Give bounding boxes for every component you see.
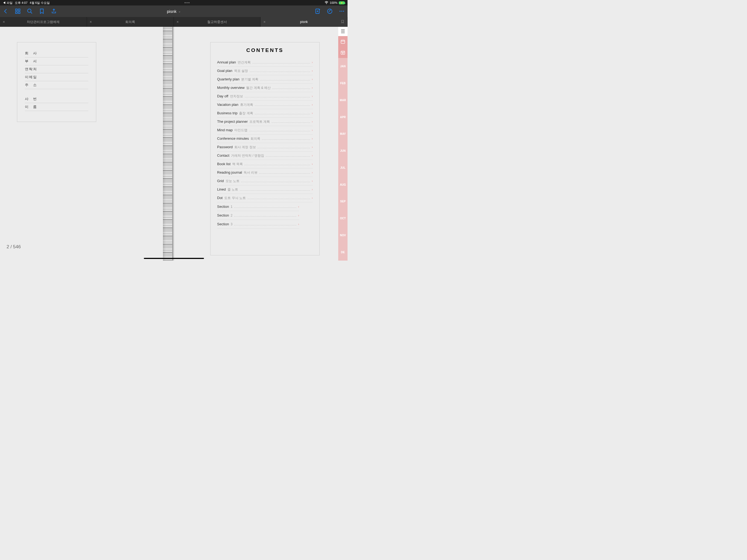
chevron-right-icon: › xyxy=(312,128,313,132)
section-num: 2 xyxy=(231,213,232,218)
info-field[interactable]: 연락처 xyxy=(25,65,88,73)
toc-item[interactable]: Book list 책 목록 › xyxy=(217,160,313,169)
toc-ko: 줄 노트 xyxy=(228,187,238,192)
info-field[interactable]: 이메일 xyxy=(25,73,88,81)
info-field[interactable]: 이 름 xyxy=(25,103,88,111)
toc-item[interactable]: Business trip 출장 계획 › xyxy=(217,109,313,118)
toc-item[interactable]: Goal plan 목표 설정 › xyxy=(217,67,313,75)
chevron-right-icon: › xyxy=(312,154,313,157)
toc-ko: 회사 계정 정보 xyxy=(234,145,256,150)
chevron-right-icon: › xyxy=(312,69,313,73)
svg-point-11 xyxy=(340,11,341,12)
back-to-app[interactable]: ◀ 파일 xyxy=(3,1,12,5)
toc-item[interactable]: Reading journal 독서 리뷰 › xyxy=(217,169,313,177)
toc-item[interactable]: Lined 줄 노트 › xyxy=(217,185,313,194)
toc-item[interactable]: Monthly overview 월간 계획 & 예산 › xyxy=(217,84,313,92)
svg-point-20 xyxy=(343,53,343,54)
chevron-right-icon: › xyxy=(298,222,299,226)
edit-mode-icon[interactable] xyxy=(327,8,333,14)
toc-en: Vacation plan xyxy=(217,103,238,107)
close-icon[interactable]: × xyxy=(263,20,265,24)
toc-item[interactable]: Mind map 마인드맵 › xyxy=(217,126,313,134)
toc-item[interactable]: Contact 거래처 연락처 / 명함집 › xyxy=(217,152,313,160)
tab-label: pisnk xyxy=(300,20,308,24)
tab-1[interactable]: × 차단관리프로그램예제 xyxy=(0,17,87,27)
svg-line-6 xyxy=(31,12,32,14)
close-icon[interactable]: × xyxy=(90,20,92,24)
close-icon[interactable]: × xyxy=(177,20,179,24)
grid-view-icon[interactable] xyxy=(15,8,21,14)
today-icon[interactable] xyxy=(338,47,347,58)
more-icon[interactable] xyxy=(339,8,345,14)
tab-3[interactable]: × 철교하중센서 xyxy=(174,17,261,27)
month-tab-feb[interactable]: FEB xyxy=(338,75,347,92)
month-tab-apr[interactable]: APR xyxy=(338,108,347,126)
toc-dots xyxy=(249,131,310,131)
toc-en: Mind map xyxy=(217,128,233,132)
multitask-dots[interactable] xyxy=(185,2,189,3)
section-num: 1 xyxy=(231,205,232,209)
section-item[interactable]: Section 2 › xyxy=(217,211,299,220)
home-indicator[interactable] xyxy=(144,258,204,259)
calendar-icon[interactable] xyxy=(338,36,347,47)
document-title[interactable]: pisnk ⌄ xyxy=(167,9,180,14)
toc-dots xyxy=(234,207,297,208)
toc-item[interactable]: Grid 모눈 노트 › xyxy=(217,177,313,185)
toc-item[interactable]: Conference minutes 회의록 › xyxy=(217,134,313,143)
chevron-right-icon: › xyxy=(312,94,313,98)
info-field[interactable]: 회 사 xyxy=(25,50,88,57)
tab-4[interactable]: × pisnk xyxy=(261,17,347,27)
toc-item[interactable]: Password 회사 계정 정보 › xyxy=(217,143,313,152)
info-field[interactable]: 주 소 xyxy=(25,81,88,89)
toc-en: Business trip xyxy=(217,111,237,115)
month-tab-mar[interactable]: MAR xyxy=(338,92,347,109)
toc-ko: 모눈 노트 xyxy=(226,179,239,183)
month-tab-sep[interactable]: SEP xyxy=(338,193,347,210)
section-en: Section xyxy=(217,222,229,226)
toc-item[interactable]: Annual plan 연간계획 › xyxy=(217,58,313,67)
tab-2[interactable]: × 회의록 xyxy=(87,17,174,27)
toc-item[interactable]: Dot 도트 무늬 노트 › xyxy=(217,194,313,202)
info-field[interactable]: 사 번 xyxy=(25,95,88,103)
page-content: 회 사부 서연락처이메일주 소 사 번이 름 CONTENTS Annual p… xyxy=(0,27,347,261)
toc-en: Dot xyxy=(217,196,223,200)
chevron-right-icon: › xyxy=(298,205,299,209)
toc-ko: 책 목록 xyxy=(232,162,243,167)
toc-item[interactable]: Day off 연차정보 › xyxy=(217,92,313,101)
share-icon[interactable] xyxy=(51,8,57,14)
toc-en: Password xyxy=(217,145,233,149)
toc-en: Day off xyxy=(217,94,228,98)
month-tab-may[interactable]: MAY xyxy=(338,126,347,143)
toc-en: Grid xyxy=(217,179,224,183)
toc-en: Monthly overview xyxy=(217,85,244,90)
hamburger-icon[interactable]: ☰ xyxy=(338,27,347,36)
close-icon[interactable]: × xyxy=(3,20,5,24)
section-item[interactable]: Section 1 › xyxy=(217,202,299,211)
toc-en: Quarterly plan xyxy=(217,77,239,81)
chevron-right-icon: › xyxy=(312,196,313,200)
toc-dots xyxy=(259,173,310,174)
app-toolbar: pisnk ⌄ xyxy=(0,5,347,17)
month-tab-jun[interactable]: JUN xyxy=(338,143,347,159)
month-tab-aug[interactable]: AUG xyxy=(338,176,347,193)
bookmark-outline-icon[interactable] xyxy=(341,20,344,24)
toc-item[interactable]: The project planner 프로젝트 계획 › xyxy=(217,118,313,126)
toc-dots xyxy=(234,216,297,217)
right-page: CONTENTS Annual plan 연간계획 ›Goal plan 목표 … xyxy=(174,27,338,261)
month-tab-jul[interactable]: JUL xyxy=(338,159,347,176)
toc-item[interactable]: Vacation plan 휴가계획 › xyxy=(217,101,313,109)
back-button[interactable] xyxy=(3,8,9,14)
add-page-icon[interactable] xyxy=(315,8,321,14)
section-item[interactable]: Section 3 › xyxy=(217,220,299,229)
bookmark-icon[interactable] xyxy=(39,8,45,14)
month-tab-de[interactable]: DE xyxy=(338,244,347,261)
toc-dots xyxy=(260,80,310,80)
chevron-right-icon: › xyxy=(312,77,313,81)
svg-rect-14 xyxy=(341,40,345,44)
month-tab-nov[interactable]: NOV xyxy=(338,227,347,244)
month-tab-oct[interactable]: OCT xyxy=(338,210,347,227)
toc-item[interactable]: Quarterly plan 분기별 계획 › xyxy=(217,75,313,84)
info-field[interactable]: 부 서 xyxy=(25,57,88,65)
search-icon[interactable] xyxy=(27,8,33,14)
month-tab-jan[interactable]: JAN xyxy=(338,58,347,75)
